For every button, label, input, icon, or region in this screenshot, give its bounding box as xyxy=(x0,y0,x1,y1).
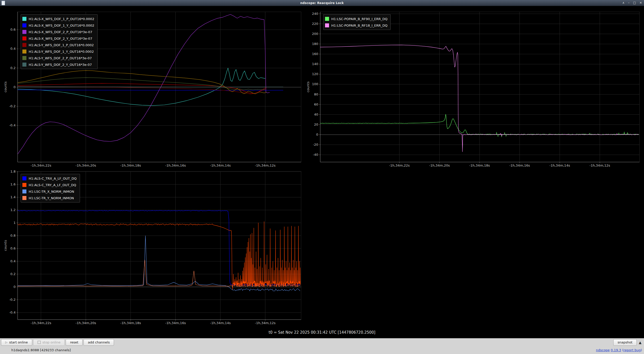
legend-color-swatch xyxy=(22,17,26,21)
y-tick-label: -0.2 xyxy=(9,298,16,301)
add-channels-button[interactable]: add channels xyxy=(84,339,114,346)
x-tick-label: -1h,34m,16s xyxy=(509,164,530,167)
x-tick-label: -1h,34m,20s xyxy=(429,164,450,167)
legend-item: H1:ALS-X_WFS_DOF_2_Y_OUT16*3e-07 xyxy=(22,35,94,42)
legend-item: H1:ALS-X_WFS_DOF_2_P_OUT16*3e-07 xyxy=(22,29,94,35)
plot-area-top-right[interactable] xyxy=(320,12,639,162)
legend-color-swatch xyxy=(325,23,329,27)
legend-color-swatch xyxy=(22,183,26,187)
y-tick-label: -20 xyxy=(313,143,318,146)
y-tick-label: 180 xyxy=(312,42,318,46)
legend-item: H1:LSC-POPAIR_B_RF90_I_ERR_DQ xyxy=(325,16,387,22)
legend-channel-label: H1:LSC-POPAIR_B_RF90_I_ERR_DQ xyxy=(331,17,387,21)
snapshot-button[interactable]: snapshot xyxy=(613,339,637,346)
x-tick-label: -1h,34m,14s xyxy=(549,164,570,167)
legend-color-swatch xyxy=(22,30,26,34)
legend-channel-label: H1:ALS-C_TRY_A_LF_OUT_DQ xyxy=(29,183,76,187)
y-tick-label: 0 xyxy=(14,285,16,289)
x-tick-label: -1h,34m,18s xyxy=(120,164,141,167)
legend-color-swatch xyxy=(22,56,26,60)
stop-online-button[interactable]: stop online xyxy=(33,339,65,346)
y-tick-label: 0 xyxy=(14,85,16,89)
legend-item: H1:LSC-POPAIR_B_RF18_I_ERR_DQ xyxy=(325,22,387,29)
status-bar: h1daqnds1:8088 [429233 channels] ndscope… xyxy=(0,346,644,354)
legend-channel-label: H1:ALS-Y_WFS_DOF_2_Y_OUT16*3e-07 xyxy=(29,63,92,67)
legend-color-swatch xyxy=(325,17,329,21)
legend-color-swatch xyxy=(22,49,26,54)
y-tick-label: -40 xyxy=(313,153,318,157)
reset-button[interactable]: reset xyxy=(66,339,83,346)
legend-top-left[interactable]: H1:ALS-X_WFS_DOF_1_P_OUT16*0.0002H1:ALS-… xyxy=(21,14,98,69)
legend-channel-label: H1:ALS-X_WFS_DOF_2_Y_OUT16*3e-07 xyxy=(29,37,92,40)
version-link[interactable]: 0.19.3 xyxy=(611,348,621,352)
x-tick-label: -1h,34m,12s xyxy=(589,164,610,167)
y-tick-label: 160 xyxy=(312,52,318,56)
x-tick-label: -1h,34m,18s xyxy=(469,164,490,167)
y-tick-label: 200 xyxy=(312,32,318,36)
legend-item: H1:ALS-X_WFS_DOF_1_P_OUT16*0.0002 xyxy=(22,16,94,22)
legend-channel-label: H1:LSC-TR_X_NORM_INMON xyxy=(29,190,74,193)
legend-color-swatch xyxy=(22,176,26,180)
y-tick-label: 120 xyxy=(312,72,318,76)
legend-bottom-left[interactable]: H1:ALS-C_TRX_A_LF_OUT_DQH1:ALS-C_TRY_A_L… xyxy=(21,174,80,203)
y-axis-label: counts xyxy=(306,81,310,92)
legend-color-swatch xyxy=(22,189,26,193)
y-axis-label: counts xyxy=(4,81,7,92)
y-tick-label: 0.2 xyxy=(10,272,16,276)
about-links: ndscope 0.19.3 (report bug) xyxy=(596,348,642,352)
server-status: h1daqnds1:8088 [429233 channels] xyxy=(11,348,71,352)
legend-channel-label: H1:ALS-C_TRX_A_LF_OUT_DQ xyxy=(29,177,77,180)
legend-color-swatch xyxy=(22,23,26,27)
legend-item: H1:ALS-Y_WFS_DOF_2_Y_OUT16*3e-07 xyxy=(22,61,94,68)
legend-item: H1:ALS-Y_WFS_DOF_2_P_OUT16*3e-07 xyxy=(22,55,94,61)
x-tick-label: -1h,34m,16s xyxy=(165,164,186,167)
y-tick-label: 220 xyxy=(312,22,318,26)
legend-channel-label: H1:ALS-Y_WFS_DOF_1_P_OUT16*0.0002 xyxy=(29,43,94,47)
legend-color-swatch xyxy=(22,43,26,47)
y-tick-label: 0.6 xyxy=(10,246,16,250)
y-tick-label: 1.8 xyxy=(10,170,16,173)
x-tick-label: -1h,34m,22s xyxy=(31,164,51,167)
y-tick-label: 0.4 xyxy=(10,259,16,263)
play-icon: ▷ xyxy=(5,341,7,344)
ndscope-window: ndscope: Reacquire Lock ∧ – □ ✕ 0.60.40.… xyxy=(0,0,644,354)
y-tick-label: 240 xyxy=(312,12,318,16)
y-tick-label: -0.4 xyxy=(9,123,16,127)
t0-readout: t0 = Sat Nov 22 2025 00:31:42 UTC [14478… xyxy=(0,330,644,335)
y-tick-label: -0.4 xyxy=(9,311,16,314)
y-tick-label: 80 xyxy=(314,92,318,96)
x-tick-label: -1h,34m,22s xyxy=(389,164,410,167)
x-tick-label: -1h,34m,16s xyxy=(165,321,186,325)
legend-top-right[interactable]: H1:LSC-POPAIR_B_RF90_I_ERR_DQH1:LSC-POPA… xyxy=(323,14,391,30)
start-online-button[interactable]: ▷ start online xyxy=(1,339,32,346)
y-tick-label: 0.4 xyxy=(10,47,16,50)
legend-item: H1:ALS-C_TRY_A_LF_OUT_DQ xyxy=(22,182,77,188)
ndscope-link[interactable]: ndscope xyxy=(596,348,610,352)
x-tick-label: -1h,34m,14s xyxy=(210,321,231,325)
x-tick-label: -1h,34m,12s xyxy=(255,164,275,167)
y-tick-label: 140 xyxy=(312,62,318,66)
legend-item: H1:ALS-Y_WFS_DOF_1_P_OUT16*0.0002 xyxy=(22,42,94,48)
legend-channel-label: H1:LSC-POPAIR_B_RF18_I_ERR_DQ xyxy=(331,24,387,27)
x-tick-label: -1h,34m,22s xyxy=(31,321,51,325)
legend-item: H1:ALS-Y_WFS_DOF_1_Y_OUT16*0.0002 xyxy=(22,48,94,55)
legend-item: H1:LSC-TR_Y_NORM_INMON xyxy=(22,195,77,201)
collapse-panel-icon[interactable]: ▲ xyxy=(639,340,641,344)
legend-color-swatch xyxy=(22,36,26,40)
legend-channel-label: H1:LSC-TR_Y_NORM_INMON xyxy=(29,196,74,200)
y-tick-label: 40 xyxy=(314,113,318,116)
legend-channel-label: H1:ALS-X_WFS_DOF_1_Y_OUT16*0.0002 xyxy=(29,24,94,27)
legend-color-swatch xyxy=(22,196,26,200)
x-tick-label: -1h,34m,12s xyxy=(255,321,275,325)
y-tick-label: 1.4 xyxy=(10,195,16,199)
y-tick-label: 0 xyxy=(316,133,318,136)
legend-item: H1:ALS-X_WFS_DOF_1_Y_OUT16*0.0002 xyxy=(22,22,94,29)
x-tick-label: -1h,34m,20s xyxy=(75,321,96,325)
legend-channel-label: H1:ALS-Y_WFS_DOF_2_P_OUT16*3e-07 xyxy=(29,56,92,60)
legend-item: H1:LSC-TR_X_NORM_INMON xyxy=(22,188,77,195)
y-tick-label: 0.8 xyxy=(10,234,16,237)
y-tick-label: 100 xyxy=(312,82,318,86)
toolbar: ▷ start online stop online reset add cha… xyxy=(0,338,644,346)
report-bug-link[interactable]: report bug xyxy=(623,348,641,352)
y-axis-label: counts xyxy=(4,240,7,251)
